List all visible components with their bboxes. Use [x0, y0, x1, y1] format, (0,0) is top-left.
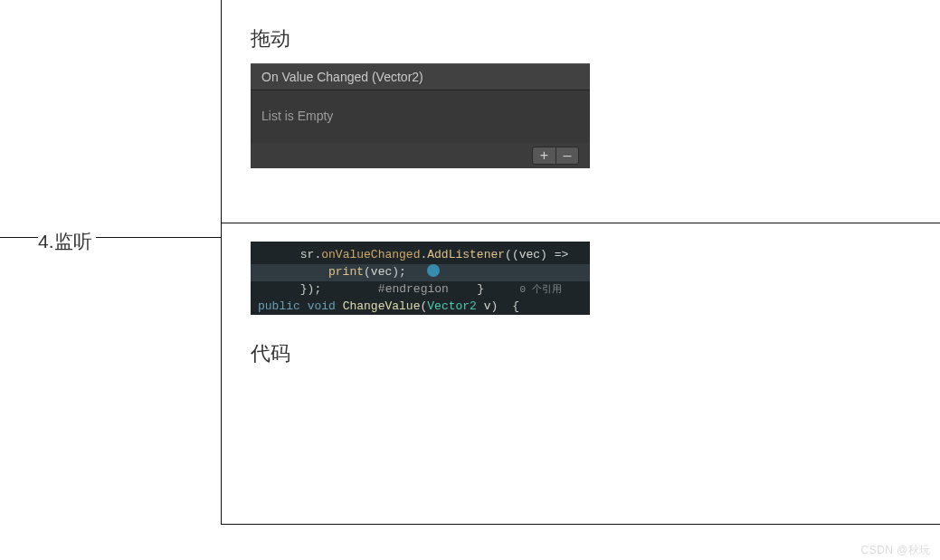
top-cell-title: 拖动	[251, 25, 940, 52]
cursor-badge-icon	[427, 264, 440, 277]
bottom-cell: sr.onValueChanged.AddListener((vec) => {…	[222, 223, 940, 525]
bottom-cell-title: 代码	[251, 340, 940, 367]
code-line-3-highlight: print(vec);	[251, 264, 590, 281]
top-cell: 拖动 On Value Changed (Vector2) List is Em…	[222, 0, 940, 223]
watermark: CSDN @秋玩	[860, 543, 931, 558]
code-line-6: }	[456, 282, 484, 296]
code-line-8: public void ChangeValue(Vector2 v)	[251, 299, 498, 313]
document-layout: 4.监听 拖动 On Value Changed (Vector2) List …	[0, 0, 940, 525]
code-line-ref: 0 个引用	[513, 282, 562, 296]
inspector-panel: On Value Changed (Vector2) List is Empty…	[251, 63, 590, 168]
inspector-empty-text: List is Empty	[251, 90, 590, 143]
code-line-1: sr.onValueChanged.AddListener((vec) =>	[251, 248, 568, 261]
right-column: 拖动 On Value Changed (Vector2) List is Em…	[222, 0, 940, 525]
remove-button[interactable]: –	[555, 147, 579, 165]
code-line-9: {	[505, 299, 519, 313]
code-line-blank	[491, 282, 506, 296]
inspector-header: On Value Changed (Vector2)	[251, 63, 590, 90]
inspector-footer: + –	[251, 143, 590, 168]
code-line-2: {	[575, 248, 590, 261]
left-cell: 4.监听	[0, 0, 222, 525]
code-line-5: #endregion	[328, 282, 449, 296]
code-panel: sr.onValueChanged.AddListener((vec) => {…	[251, 242, 590, 315]
left-label: 4.监听	[38, 229, 96, 254]
code-line-4: });	[251, 282, 321, 296]
add-button[interactable]: +	[532, 147, 555, 165]
left-cell-top	[0, 0, 221, 238]
